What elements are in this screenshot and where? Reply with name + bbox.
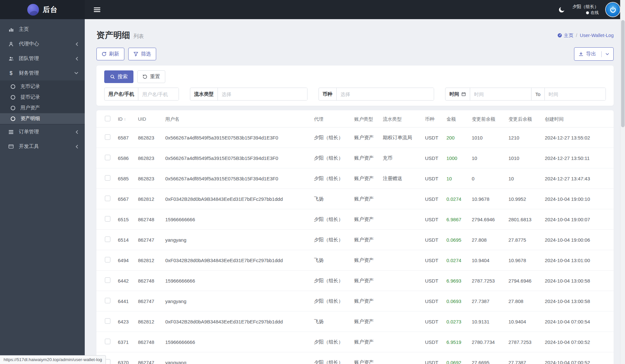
user-status-label: 在线 — [591, 10, 599, 16]
reset-button[interactable]: 重置 — [137, 70, 165, 83]
row-checkbox[interactable] — [105, 216, 110, 222]
cell-created-at: 2024-12-27 13:50:11 — [542, 148, 614, 168]
row-checkbox[interactable] — [105, 196, 110, 201]
cell-id: 6442 — [115, 271, 135, 291]
cell-uid: 862823 — [135, 168, 163, 189]
breadcrumb-current[interactable]: User-Wallet-Log — [580, 33, 614, 38]
page-title: 资产明细 — [96, 30, 130, 41]
sidebar-item-home[interactable]: 主页 — [0, 22, 85, 37]
row-checkbox[interactable] — [105, 298, 110, 303]
sidebar-item-dev-tools[interactable]: 开发工具 — [0, 139, 85, 154]
vertical-scrollbar[interactable] — [620, 0, 625, 364]
cell-balance-after: 1010 — [506, 148, 542, 168]
sidebar: 主页 代理中心 团队管理 $ 财务管理 充币记录 提币记录 用户资产 — [0, 19, 85, 364]
cell-account-type: 账户资产 — [352, 168, 380, 189]
sidebar-item-wallet-log[interactable]: 资产明细 — [0, 113, 85, 124]
export-button[interactable]: 导出 — [574, 47, 614, 61]
sidebar-item-agent-center[interactable]: 代理中心 — [0, 37, 85, 51]
circle-icon — [11, 84, 15, 89]
cell-created-at: 2024-10-04 19:00:07 — [542, 209, 614, 230]
time-filter-label: 时间 — [445, 88, 470, 100]
cell-id: 6515 — [115, 209, 135, 230]
filter-button[interactable]: 筛选 — [128, 48, 156, 60]
table-header-row: ID↑ UID 用户名 代理 账户类型 流水类型 币种 金额 变更前余额 变更后… — [96, 110, 614, 127]
cell-currency: USDT — [422, 352, 444, 364]
cell-balance-before: 10 — [469, 148, 506, 168]
sidebar-item-finance[interactable]: $ 财务管理 — [0, 66, 85, 80]
cell-balance-before: 10.9404 — [469, 250, 506, 271]
cell-flow-type — [380, 189, 422, 209]
cell-id: 6371 — [115, 332, 135, 352]
cell-agent: 夕阳（组长） — [311, 352, 352, 364]
row-checkbox[interactable] — [105, 318, 110, 324]
row-checkbox[interactable] — [105, 339, 110, 344]
cell-currency: USDT — [422, 311, 444, 332]
table-row: 6514 862747 yangyang 夕阳（组长） 账户资产 USDT 0.… — [96, 230, 614, 250]
row-checkbox[interactable] — [105, 155, 110, 160]
username-input[interactable] — [138, 88, 178, 100]
cell-username: 15966666666 — [163, 209, 311, 230]
select-all-checkbox[interactable] — [105, 116, 110, 121]
cell-balance-before: 2780.7734 — [469, 332, 506, 352]
sidebar-item-label: 订单管理 — [19, 128, 70, 135]
col-balance-after: 变更后余额 — [506, 110, 542, 127]
row-checkbox[interactable] — [105, 134, 110, 140]
cell-uid: 862823 — [135, 148, 163, 168]
cell-uid: 862748 — [135, 271, 163, 291]
currency-select[interactable] — [337, 88, 434, 100]
time-start-input[interactable] — [470, 88, 531, 100]
cell-balance-before: 27.6695 — [469, 352, 506, 364]
calendar-icon — [461, 92, 466, 96]
sidebar-item-deposit-log[interactable]: 充币记录 — [0, 81, 85, 92]
cell-id: 6586 — [115, 148, 135, 168]
cell-flow-type — [380, 209, 422, 230]
cell-agent: 飞扬 — [311, 250, 352, 271]
cell-username: yangyang — [163, 230, 311, 250]
chevron-left-icon — [75, 42, 78, 46]
cell-amount: 0.0273 — [444, 311, 469, 332]
row-checkbox[interactable] — [105, 175, 110, 181]
sidebar-item-team[interactable]: 团队管理 — [0, 51, 85, 66]
hamburger-icon[interactable] — [94, 7, 100, 12]
username-filter-group: 用户名/手机 — [104, 88, 179, 101]
cell-amount: 0.0692 — [444, 352, 469, 364]
link-status-bar: https://517dl.haiwaiym20.top/admin/user-… — [0, 355, 106, 364]
table-row: 6567 862812 0xF0342B28d0bA9B34843EeEd31E… — [96, 189, 614, 209]
flow-type-select[interactable] — [218, 88, 307, 100]
sidebar-item-withdraw-log[interactable]: 提币记录 — [0, 92, 85, 103]
cell-account-type: 账户资产 — [352, 311, 380, 332]
funnel-icon — [133, 52, 138, 56]
breadcrumb-home-link[interactable]: 主页 — [557, 32, 573, 39]
bar-chart-icon — [8, 27, 14, 32]
cell-created-at: 2024-10-04 13:01:00 — [542, 250, 614, 271]
col-id[interactable]: ID↑ — [115, 110, 135, 127]
sidebar-subitem-label: 资产明细 — [20, 115, 40, 122]
refresh-button[interactable]: 刷新 — [96, 48, 124, 60]
flow-type-filter-group: 流水类型 — [190, 88, 307, 101]
sidebar-item-user-assets[interactable]: 用户资产 — [0, 103, 85, 113]
time-end-input[interactable] — [545, 88, 606, 100]
dark-mode-moon-icon[interactable] — [558, 6, 565, 13]
search-button[interactable]: 搜索 — [104, 70, 133, 83]
avatar[interactable] — [606, 3, 620, 17]
cell-flow-type — [380, 250, 422, 271]
scrollbar-thumb[interactable] — [621, 20, 625, 127]
col-agent: 代理 — [311, 110, 352, 127]
row-checkbox[interactable] — [105, 257, 110, 262]
cell-id: 6494 — [115, 250, 135, 271]
cell-account-type: 账户资产 — [352, 230, 380, 250]
row-checkbox[interactable] — [105, 237, 110, 242]
user-meta: 夕阳（组长） 在线 — [572, 4, 599, 16]
cell-account-type: 账户资产 — [352, 352, 380, 364]
sort-asc-icon: ↑ — [124, 117, 126, 122]
col-currency: 币种 — [422, 110, 444, 127]
cell-username: 0x566267a4df8549f5a3915E075B3b15F394d1E3… — [163, 127, 311, 148]
sidebar-item-orders[interactable]: 订单管理 — [0, 125, 85, 139]
row-checkbox[interactable] — [105, 277, 110, 283]
cell-currency: USDT — [422, 189, 444, 209]
cell-uid: 862748 — [135, 332, 163, 352]
sidebar-item-label: 团队管理 — [19, 55, 70, 62]
cell-currency: USDT — [422, 230, 444, 250]
sidebar-item-label: 开发工具 — [19, 143, 70, 150]
cell-uid: 862812 — [135, 189, 163, 209]
